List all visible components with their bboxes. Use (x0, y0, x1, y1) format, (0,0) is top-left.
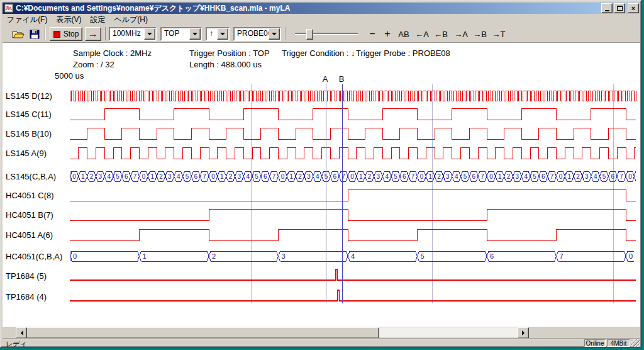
stop-button[interactable]: Stop (50, 27, 82, 41)
close-button[interactable]: × (628, 3, 639, 13)
menu-file[interactable]: ファイル(F) (3, 13, 52, 26)
app-window: C:¥Documents and Settings¥noname¥デスクトップ¥… (0, 0, 641, 347)
goto-trigger-button[interactable]: →T (490, 27, 508, 41)
menu-settings[interactable]: 設定 (86, 13, 109, 26)
save-button[interactable] (27, 27, 42, 41)
desktop: C:¥Documents and Settings¥noname¥デスクトップ¥… (0, 0, 644, 350)
waveform-panel (3, 43, 640, 327)
chevron-down-icon (192, 33, 197, 38)
goto-a-prev-button[interactable]: ←A (413, 27, 431, 41)
channel-label-tp1684-5: TP1684 (5) (6, 271, 47, 281)
marker-b-label: B (336, 74, 347, 84)
resize-grip[interactable] (631, 339, 640, 347)
trigger-edge-combo[interactable]: ↑ (206, 27, 230, 41)
scroll-left-icon (18, 330, 23, 336)
zoom-slider-thumb[interactable] (306, 29, 313, 40)
chevron-down-icon (272, 33, 277, 38)
maximize-button[interactable] (614, 3, 625, 13)
info-trigger-probe: Trigger Probe : PROBE08 (356, 48, 450, 58)
open-folder-icon (12, 30, 25, 39)
minimize-button[interactable] (601, 3, 613, 13)
trigger-position-combo[interactable]: TOP (160, 27, 202, 41)
channel-label-hc4051-c8: HC4051 C(8) (6, 191, 54, 200)
marker-a-line[interactable] (326, 84, 326, 303)
chevron-down-icon (220, 33, 225, 38)
goto-a-next-button[interactable]: →A (452, 27, 470, 41)
close-icon: × (631, 5, 635, 11)
trigger-probe-combo[interactable]: PROBE00 (233, 27, 281, 41)
trigger-probe-value: PROBE00 (235, 28, 269, 40)
zoom-slider[interactable] (291, 27, 362, 41)
info-trigger-condition: Trigger Condition : ↓ (282, 48, 355, 58)
ab-span-button[interactable]: AB (396, 27, 412, 41)
trigger-position-value: TOP (162, 28, 189, 40)
toolbar-separator (45, 27, 46, 40)
scroll-right-button[interactable] (518, 327, 529, 339)
channel-label-hc4051-a6: HC4051 A(6) (6, 230, 53, 240)
scroll-right-icon (522, 330, 527, 336)
channel-label-ls145-d12: LS145 D(12) (6, 91, 52, 101)
goto-b-next-button[interactable]: →B (471, 27, 489, 41)
trigger-edge-dropdown-button[interactable] (217, 28, 228, 40)
marker-b-line[interactable] (342, 84, 343, 303)
info-sample-clock: Sample Clock : 2MHz (73, 48, 152, 58)
maximize-icon (617, 6, 623, 11)
minimize-icon (605, 10, 609, 11)
menu-bar: ファイル(F) 表示(V) 設定 ヘルプ(H) (3, 14, 640, 25)
stop-icon (53, 31, 60, 38)
sample-clock-combo[interactable]: 100MHz (109, 27, 157, 41)
menu-help[interactable]: ヘルプ(H) (109, 13, 152, 26)
channel-label-ls145-bus: LS145(C,B,A) (6, 172, 56, 181)
goto-b-prev-button[interactable]: ←B (432, 27, 450, 41)
trigger-edge-value: ↑ (207, 28, 217, 40)
status-ready-text: レディ (6, 339, 27, 349)
channel-label-ls145-a9: LS145 A(9) (6, 149, 47, 158)
trigger-position-dropdown-button[interactable] (189, 28, 201, 40)
channel-label-tp1684-4: TP1684 (4) (6, 292, 47, 302)
time-scale-label: 5000 us (55, 71, 84, 81)
info-trigger-position: Trigger Position : TOP (189, 48, 270, 58)
scrollbar-thumb[interactable] (26, 327, 379, 339)
title-bar[interactable]: C:¥Documents and Settings¥noname¥デスクトップ¥… (3, 3, 640, 14)
info-zoom: Zoom : / 32 (73, 60, 114, 69)
run-button[interactable]: → (85, 27, 101, 41)
save-floppy-icon (30, 30, 40, 39)
status-memory-badge: 4MBit (607, 339, 630, 347)
channel-label-hc4051-bus: HC4051(C,B,A) (6, 252, 62, 261)
stop-label: Stop (64, 30, 79, 38)
trigger-probe-dropdown-button[interactable] (269, 28, 280, 40)
zoom-slider-track[interactable] (295, 33, 358, 34)
marker-a-label: A (320, 74, 330, 84)
channel-label-ls145-b10: LS145 B(10) (6, 129, 52, 138)
channel-label-hc4051-b7: HC4051 B(7) (6, 210, 53, 220)
sample-clock-dropdown-button[interactable] (144, 28, 155, 40)
sample-clock-value: 100MHz (110, 28, 144, 40)
toolbar-separator (285, 27, 286, 40)
status-bar (3, 338, 640, 347)
scroll-left-button[interactable] (16, 327, 27, 339)
app-icon (4, 4, 13, 13)
open-button[interactable] (11, 27, 26, 41)
channel-label-ls145-c11: LS145 C(11) (6, 110, 52, 119)
chevron-down-icon (147, 33, 152, 38)
info-length: Length : 488.000 us (189, 60, 262, 69)
status-online-badge: Online (584, 339, 606, 347)
toolbar: Stop → 100MHz TOP ↑ PROBE00 (3, 25, 640, 43)
run-arrow-icon: → (88, 29, 98, 39)
toolbar-separator (105, 27, 106, 40)
window-title: C:¥Documents and Settings¥noname¥デスクトップ¥… (16, 3, 600, 14)
menu-view[interactable]: 表示(V) (52, 13, 86, 26)
zoom-in-button[interactable]: + (380, 27, 394, 41)
zoom-out-button[interactable]: − (365, 27, 379, 41)
